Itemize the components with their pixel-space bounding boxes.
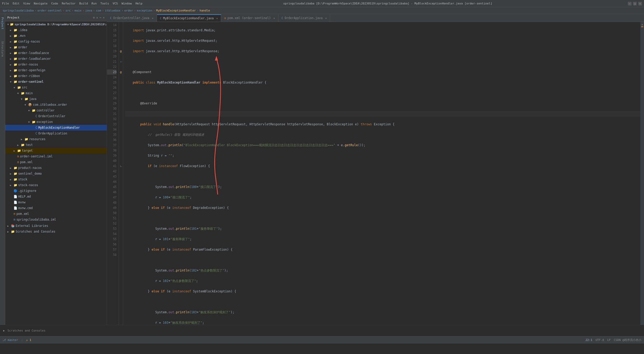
tree-resources[interactable]: ▶ 📁 resources [5, 136, 107, 142]
tree-src[interactable]: ▼ 📁 src [5, 85, 107, 90]
project-tab-btn[interactable]: Project [0, 15, 5, 31]
tree-order[interactable]: ▶ 📁 order [5, 44, 107, 50]
left-tool-strip: Project Structure [0, 14, 5, 325]
sort-icon[interactable]: ↕ [96, 16, 98, 19]
line-separator-info[interactable]: LF [607, 338, 611, 342]
folder-icon: 📁 [14, 57, 17, 61]
pom-icon: m [17, 160, 19, 164]
tree-order-nacos[interactable]: ▶ 📁 order-nacos [5, 62, 107, 67]
bc-itbluebox[interactable]: itbluebox [105, 9, 120, 12]
tree-test[interactable]: ▶ 📁 test [5, 142, 107, 148]
tree-stock[interactable]: ▶ 📁 stock [5, 176, 107, 182]
bc-class[interactable]: MyBlockExceptionHandler [156, 9, 196, 12]
menu-view[interactable]: View [23, 2, 30, 5]
tree-sentinel-demo[interactable]: ▶ 📁 sentinel_demo [5, 171, 107, 176]
tree-root[interactable]: ▼ 📁 springcloudalibaba D:\ProgramWorkSpa… [5, 21, 107, 27]
gutter-marker-38 [119, 148, 123, 153]
tree-label: pom.xml [20, 160, 33, 164]
java-folder-icon: 📁 [25, 97, 28, 101]
bc-springcloudalibaba[interactable]: springcloudalibaba [3, 9, 34, 12]
collapse-icon[interactable]: — [100, 16, 101, 19]
menu-edit[interactable]: Edit [13, 2, 20, 5]
code-content[interactable]: import javax.print.attribute.standard.Me… [123, 22, 640, 325]
gutter-marker-28 [119, 96, 123, 101]
bc-order[interactable]: order [124, 9, 133, 12]
code-line-37: System.out.println(102+"热点参数限流了"); [125, 268, 640, 273]
menu-help[interactable]: Help [136, 2, 143, 5]
structure-tab-btn[interactable]: Structure [0, 39, 5, 59]
tree-order-controller[interactable]: ▶ C OrderController [5, 113, 107, 119]
tab-order-application[interactable]: C OrderApplication.java ✕ [278, 14, 330, 22]
gutter-marker-37 [119, 143, 123, 148]
minimize-button[interactable]: − [628, 2, 631, 5]
arrow-icon: ▶ [10, 63, 13, 66]
tree-main[interactable]: ▼ 📁 main [5, 90, 107, 96]
encoding-info[interactable]: UTF-8 [596, 338, 604, 342]
tree-root-iml[interactable]: ▶ m springcloudalibaba.iml [5, 217, 107, 222]
line-col-info[interactable]: 22:1 [585, 338, 592, 342]
tree-target[interactable]: ▶ 📁 target [5, 148, 107, 154]
tree-order-sentinel[interactable]: ▼ 📁 order-sentinel [5, 79, 107, 85]
tree-mvn[interactable]: ▶ 📁 .mvn [5, 33, 107, 39]
close-tab-icon[interactable]: ✕ [152, 17, 154, 20]
tab-pom[interactable]: m pom.xml (order-sentinel) ✕ [221, 14, 278, 22]
tree-controller[interactable]: ▼ 📁 controller [5, 108, 107, 113]
tree-idea[interactable]: ▶ 📁 .idea [5, 27, 107, 33]
tree-order-loadbalancer[interactable]: ▶ 📁 order-loadbalancer [5, 56, 107, 62]
bc-order-sentinel[interactable]: order-sentinel [38, 9, 62, 12]
bc-src[interactable]: src [65, 9, 71, 12]
code-line-29: System.out.println(100+"接口限流了"); [125, 184, 640, 190]
tree-config-nacos[interactable]: ▶ 📁 config-nacos [5, 39, 107, 44]
settings-icon[interactable]: ⚙ [93, 16, 95, 19]
close-tab-icon[interactable]: ✕ [216, 17, 218, 20]
bc-main[interactable]: main [75, 9, 82, 12]
tree-product-nacos[interactable]: ▶ 📁 product-nacos [5, 165, 107, 171]
close-tab-icon[interactable]: ✕ [274, 17, 275, 20]
menu-vcs[interactable]: VCS [113, 2, 118, 5]
gutter-marker-15 [119, 28, 123, 33]
menu-run[interactable]: Run [92, 2, 97, 5]
menu-file[interactable]: File [2, 2, 9, 5]
tree-iml[interactable]: ▶ m order-sentinel.iml [5, 154, 107, 159]
tree-scratches[interactable]: ▶ 📁 Scratches and Consoles [5, 229, 107, 234]
tree-external-libraries[interactable]: ▶ 📚 External Libraries [5, 223, 107, 229]
status-right: 22:1 UTF-8 LF CSDN @程序员小杰小 [585, 338, 641, 342]
scratch-indicator[interactable]: ▶ [3, 329, 5, 332]
tree-mvnwcmd[interactable]: ▶ 📄 mvnw.cmd [5, 205, 107, 211]
menu-tools[interactable]: Tools [100, 2, 109, 5]
warning-count[interactable]: ⚠ 1 [26, 338, 31, 342]
maximize-button[interactable]: □ [633, 2, 637, 5]
folder-icon: 📁 [14, 178, 17, 181]
tree-order-ribbon[interactable]: ▶ 📁 order-ribbon [5, 73, 107, 79]
bc-java[interactable]: java [85, 9, 92, 12]
tree-myblock-handler[interactable]: ▶ C MyBlockExceptionHandler [5, 125, 107, 131]
tree-mvnw[interactable]: ▶ 📄 mvnw [5, 199, 107, 205]
close-button[interactable]: ✕ [638, 2, 642, 5]
close-tab-icon[interactable]: ✕ [325, 17, 327, 20]
menu-refactor[interactable]: Refactor [62, 2, 76, 5]
bc-exception[interactable]: exception [137, 9, 152, 12]
close-sidebar-icon[interactable]: ✕ [103, 16, 105, 19]
tree-gitignore[interactable]: ▶ 🔵 .gitignore [5, 188, 107, 194]
arrow-icon: ▶ [7, 225, 10, 227]
status-separator: | [21, 338, 23, 342]
menu-code[interactable]: Code [51, 2, 58, 5]
menu-window[interactable]: Window [121, 2, 132, 5]
bc-com[interactable]: com [96, 9, 101, 12]
tree-root-pom[interactable]: ▶ m pom.xml [5, 211, 107, 217]
tree-helpmd[interactable]: ▶ 📄 HELP.md [5, 194, 107, 199]
menu-navigate[interactable]: Navigate [34, 2, 48, 5]
tree-order-openfeign[interactable]: ▶ 📁 order-openfeign [5, 67, 107, 73]
tree-order-application[interactable]: ▶ C OrderApplication [5, 131, 107, 136]
tab-order-controller[interactable]: C OrderController.java ✕ [107, 14, 157, 22]
tree-pom[interactable]: ▶ m pom.xml [5, 159, 107, 165]
tree-exception[interactable]: ▼ 📁 exception [5, 119, 107, 125]
tab-myblock-handler[interactable]: C MyBlockExceptionHandler.java ✕ [157, 14, 221, 22]
bc-method[interactable]: handle [200, 9, 210, 12]
tree-stock-nacos[interactable]: ▶ 📁 stock-nacos [5, 182, 107, 188]
tree-java[interactable]: ▼ 📁 java [5, 96, 107, 102]
menu-build[interactable]: Build [79, 2, 88, 5]
tree-order-loadbalance[interactable]: ▶ 📁 order-loadbalance [5, 50, 107, 56]
tree-package[interactable]: ▼ 📦 com.itbluebox.order [5, 102, 107, 108]
vcs-branch[interactable]: ⎇ master [3, 338, 18, 342]
